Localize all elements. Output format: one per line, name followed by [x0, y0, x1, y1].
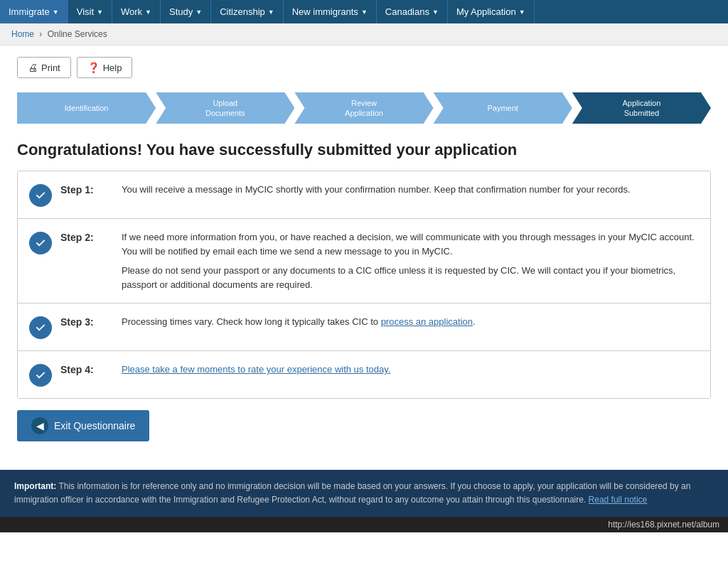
top-navigation: Immigrate ▼ Visit ▼ Work ▼ Study ▼ Citiz…: [0, 0, 728, 23]
step-2-label: Step 2:: [60, 230, 110, 243]
step-row-4: Step 4: Please take a few moments to rat…: [18, 351, 710, 398]
main-container: 🖨 Print ❓ Help Identification Upload Doc…: [0, 45, 728, 453]
nav-item-my-application[interactable]: My Application ▼: [448, 0, 535, 23]
footer-important-label: Important:: [14, 481, 56, 491]
congratulations-heading: Congratulations! You have successfully s…: [17, 141, 711, 159]
step-3-content: Processing times vary. Check how long it…: [122, 315, 476, 329]
nav-item-visit[interactable]: Visit ▼: [68, 0, 112, 23]
nav-arrow: ▼: [97, 9, 103, 16]
nav-arrow: ▼: [432, 9, 439, 16]
step-row-3: Step 3: Processing times vary. Check how…: [18, 304, 710, 351]
step-1-content: You will receive a message in MyCIC shor…: [122, 183, 631, 197]
exit-questionnaire-button[interactable]: ◀ Exit Questionnaire: [17, 410, 149, 441]
breadcrumb-home-link[interactable]: Home: [11, 29, 34, 39]
step-payment: Payment: [434, 92, 572, 124]
breadcrumb-current: Online Services: [48, 29, 107, 39]
step-row-1: Step 1: You will receive a message in My…: [18, 171, 710, 219]
nav-arrow: ▼: [519, 9, 525, 16]
nav-item-work[interactable]: Work ▼: [112, 0, 161, 23]
nav-arrow: ▼: [268, 9, 274, 16]
process-application-link[interactable]: process an application: [381, 316, 473, 327]
breadcrumb-separator: ›: [39, 29, 42, 39]
nav-item-citizenship[interactable]: Citizenship ▼: [211, 0, 284, 23]
exit-arrow-icon: ◀: [31, 417, 48, 434]
help-button[interactable]: ❓ Help: [77, 57, 133, 78]
toolbar: 🖨 Print ❓ Help: [17, 57, 711, 78]
step-2-check-icon: [29, 232, 52, 254]
step-3-label: Step 3:: [60, 315, 110, 328]
nav-item-study[interactable]: Study ▼: [161, 0, 211, 23]
rate-experience-link[interactable]: Please take a few moments to rate your e…: [122, 364, 390, 375]
nav-arrow: ▼: [361, 9, 368, 16]
progress-steps: Identification Upload Documents Review A…: [17, 92, 711, 124]
breadcrumb: Home › Online Services: [0, 23, 728, 45]
help-icon: ❓: [87, 62, 100, 73]
steps-container: Step 1: You will receive a message in My…: [17, 171, 711, 399]
step-upload-documents: Upload Documents: [156, 92, 294, 124]
nav-item-canadians[interactable]: Canadians ▼: [377, 0, 448, 23]
step-1-check-icon: [29, 184, 52, 207]
read-full-notice-link[interactable]: Read full notice: [589, 495, 648, 505]
print-icon: 🖨: [28, 62, 38, 73]
step-4-label: Step 4:: [60, 362, 110, 375]
step-4-content: Please take a few moments to rate your e…: [122, 362, 390, 377]
nav-arrow: ▼: [196, 9, 202, 16]
status-url: http://ies168.pixnet.net/album: [608, 520, 719, 530]
step-row-2: Step 2: If we need more information from…: [18, 219, 710, 304]
step-4-check-icon: [29, 364, 52, 387]
print-button[interactable]: 🖨 Print: [17, 57, 71, 78]
nav-item-new-immigrants[interactable]: New immigrants ▼: [284, 0, 377, 23]
step-3-check-icon: [29, 316, 52, 339]
step-2-content: If we need more information from you, or…: [122, 230, 699, 291]
step-application-submitted: Application Submitted: [572, 92, 711, 124]
status-bar: http://ies168.pixnet.net/album: [0, 517, 728, 532]
footer-disclaimer: Important: This information is for refer…: [0, 470, 728, 517]
step-1-label: Step 1:: [60, 183, 110, 195]
nav-arrow: ▼: [53, 9, 59, 16]
step-identification: Identification: [17, 92, 156, 124]
nav-item-immigrate[interactable]: Immigrate ▼: [0, 0, 68, 23]
nav-arrow: ▼: [145, 9, 151, 16]
step-review-application: Review Application: [294, 92, 433, 124]
